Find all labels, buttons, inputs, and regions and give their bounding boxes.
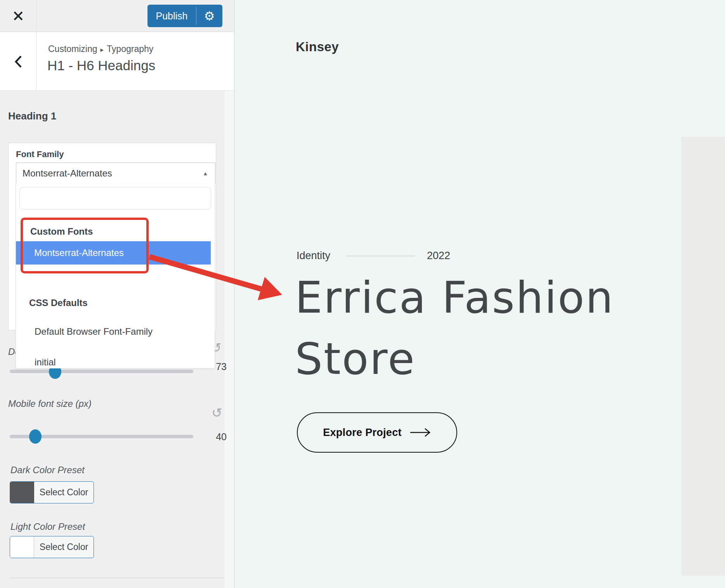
explore-project-label: Explore Project <box>323 427 402 439</box>
gear-icon[interactable]: ⚙ <box>196 5 222 27</box>
heading-1-section-title: Heading 1 <box>8 110 56 122</box>
font-family-label: Font Family <box>16 149 64 159</box>
breadcrumb-customizing: Customizing <box>48 44 97 54</box>
customizer-sidebar: Publish ⚙ Customizing▸Typography H1 - H6… <box>0 0 234 588</box>
page-title: H1 - H6 Headings <box>47 58 155 73</box>
preview-next-section-panel <box>682 137 725 576</box>
chevron-left-icon <box>14 55 23 68</box>
explore-project-button[interactable]: Explore Project <box>297 412 457 453</box>
back-button[interactable] <box>0 32 36 91</box>
light-color-select-label: Select Color <box>34 536 94 558</box>
chevron-up-icon: ▲ <box>203 170 215 176</box>
dropdown-option-default-browser[interactable]: Default Browser Font-Family <box>35 326 153 337</box>
dark-color-swatch <box>10 482 34 503</box>
sidebar-scrollbar-track[interactable] <box>224 91 234 588</box>
mobile-font-size-slider-thumb[interactable] <box>29 429 42 444</box>
font-family-dropdown: Custom Fonts Montserrat-Alternates CSS D… <box>16 183 215 368</box>
hero-meta-row: Identity 2022 <box>297 250 529 262</box>
mobile-font-size-value: 40 <box>209 431 227 443</box>
light-color-swatch <box>10 536 34 558</box>
font-search-input[interactable] <box>19 187 211 209</box>
font-family-select[interactable]: Montserrat-Alternates ▲ <box>16 163 215 184</box>
dropdown-option-montserrat-alternates[interactable]: Montserrat-Alternates <box>16 241 211 265</box>
light-color-preset-label: Light Color Preset <box>10 521 85 532</box>
breadcrumb-typography: Typography <box>107 44 153 54</box>
hero-category-label: Identity <box>297 250 330 262</box>
dropdown-group-custom-fonts: Custom Fonts <box>30 226 93 237</box>
reset-icon[interactable]: ↺ <box>212 406 222 419</box>
dark-color-preset-label: Dark Color Preset <box>10 465 85 476</box>
breadcrumb-separator-icon: ▸ <box>101 46 104 54</box>
dark-color-select-button[interactable]: Select Color <box>10 481 94 503</box>
hero-year-label: 2022 <box>427 250 450 262</box>
light-color-select-button[interactable]: Select Color <box>10 536 94 558</box>
dropdown-group-css-defaults: CSS Defaults <box>29 297 88 308</box>
site-logo[interactable]: Kinsey <box>296 40 339 54</box>
font-family-selected-value: Montserrat-Alternates <box>16 168 203 179</box>
hero-heading-line-1: Errica Fashion <box>295 267 683 328</box>
close-icon <box>13 10 24 21</box>
dark-color-select-label: Select Color <box>34 482 94 503</box>
site-preview: Kinsey Identity 2022 Errica Fashion Stor… <box>234 0 725 588</box>
hero-heading-line-2: Store <box>295 328 683 389</box>
customizer-topbar: Publish ⚙ <box>0 0 234 32</box>
hero-heading: Errica Fashion Store <box>295 267 683 389</box>
close-customizer-button[interactable] <box>0 0 36 32</box>
arrow-right-icon <box>409 427 431 438</box>
publish-button-label: Publish <box>147 5 196 27</box>
dropdown-option-initial[interactable]: initial <box>35 357 56 368</box>
section-divider <box>10 578 224 578</box>
breadcrumb: Customizing▸Typography <box>48 44 153 54</box>
publish-button[interactable]: Publish ⚙ <box>147 5 222 27</box>
hero-meta-divider <box>346 256 415 256</box>
section-header-panel: Customizing▸Typography H1 - H6 Headings <box>0 32 234 91</box>
desktop-font-size-slider[interactable] <box>10 370 193 373</box>
mobile-font-size-label: Mobile font size (px) <box>8 398 92 409</box>
